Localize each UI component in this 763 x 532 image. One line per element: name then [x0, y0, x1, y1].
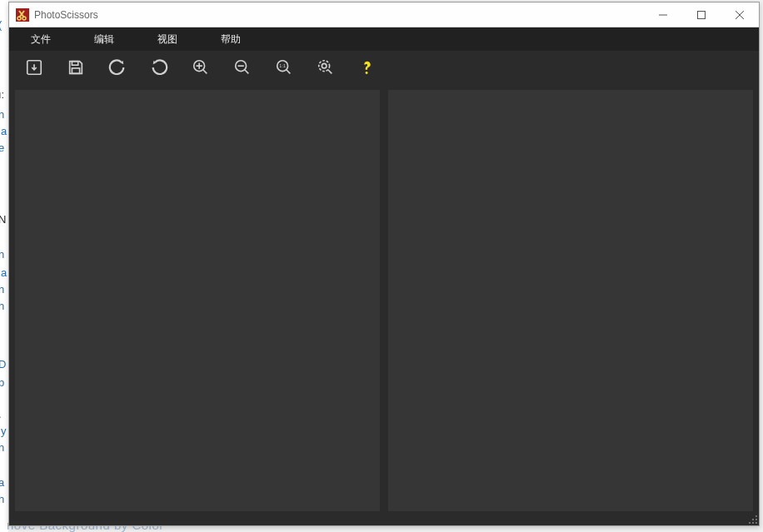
zoom-in-button[interactable]: [189, 56, 212, 79]
left-canvas-panel[interactable]: [14, 89, 381, 512]
window-controls: [644, 2, 759, 27]
zoom-out-button[interactable]: [231, 56, 254, 79]
app-icon: [16, 8, 29, 22]
menubar: 文件 编辑 视图 帮助: [9, 27, 759, 51]
zoom-fit-button[interactable]: [314, 56, 337, 79]
menu-file[interactable]: 文件: [9, 27, 72, 51]
svg-rect-6: [72, 68, 79, 73]
statusbar: [9, 512, 759, 525]
resize-grip[interactable]: [746, 512, 757, 524]
svg-point-11: [319, 61, 330, 72]
right-preview-panel[interactable]: [387, 89, 754, 512]
titlebar: PhotoScissors: [9, 2, 759, 27]
svg-point-12: [322, 63, 327, 68]
zoom-actual-button[interactable]: 1:1: [272, 56, 296, 79]
save-button[interactable]: [64, 56, 87, 79]
undo-button[interactable]: [106, 56, 129, 79]
menu-help[interactable]: 帮助: [199, 27, 262, 51]
app-title: PhotoScissors: [34, 9, 644, 21]
open-button[interactable]: [22, 56, 46, 79]
svg-rect-3: [698, 11, 706, 18]
svg-rect-5: [72, 62, 77, 66]
svg-text:1:1: 1:1: [279, 63, 286, 68]
background-page-gutter: ( ı: h la e N h la h h D b . ly h a h: [0, 0, 8, 532]
close-button[interactable]: [721, 2, 759, 27]
menu-view[interactable]: 视图: [136, 27, 199, 51]
minimize-button[interactable]: [644, 2, 682, 27]
svg-point-13: [366, 72, 368, 74]
app-window: PhotoScissors 文件 编辑 视图 帮助: [8, 2, 760, 526]
content-area: [9, 84, 759, 512]
help-button[interactable]: [356, 56, 379, 79]
maximize-button[interactable]: [682, 2, 721, 27]
toolbar: 1:1: [9, 51, 759, 84]
redo-button[interactable]: [147, 56, 171, 79]
menu-edit[interactable]: 编辑: [72, 27, 136, 51]
